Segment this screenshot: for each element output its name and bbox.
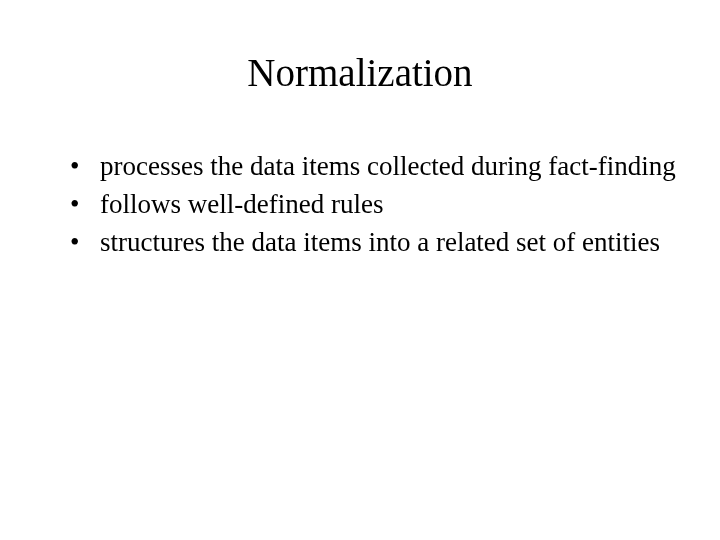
bullet-list: • processes the data items collected dur… — [40, 150, 680, 259]
bullet-icon: • — [70, 188, 79, 222]
bullet-text: structures the data items into a related… — [100, 227, 660, 257]
bullet-text: processes the data items collected durin… — [100, 151, 676, 181]
slide-container: Normalization • processes the data items… — [0, 0, 720, 540]
bullet-icon: • — [70, 226, 79, 260]
bullet-text: follows well-defined rules — [100, 189, 383, 219]
slide-title: Normalization — [40, 50, 680, 95]
list-item: • structures the data items into a relat… — [70, 226, 680, 260]
bullet-icon: • — [70, 150, 79, 184]
list-item: • follows well-defined rules — [70, 188, 680, 222]
list-item: • processes the data items collected dur… — [70, 150, 680, 184]
